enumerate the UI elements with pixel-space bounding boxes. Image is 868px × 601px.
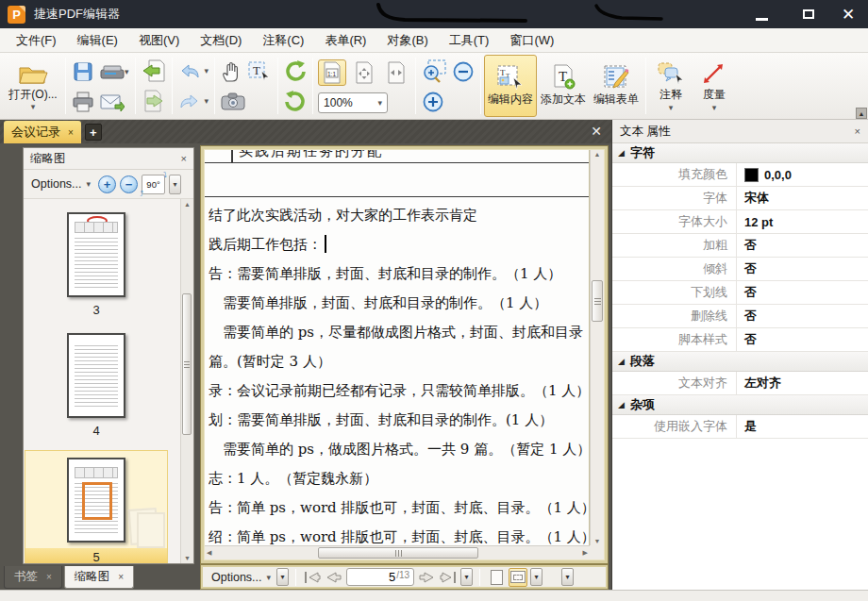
- scroll-left-icon[interactable]: ◀: [207, 549, 211, 557]
- menu-tools[interactable]: 工具(T): [439, 28, 500, 53]
- current-page-field[interactable]: [363, 570, 395, 584]
- page-layout-button[interactable]: [509, 568, 527, 587]
- nav-options-button[interactable]: Options... ▾: [209, 569, 274, 586]
- property-row-bold[interactable]: 加粗 否: [612, 234, 868, 258]
- property-row-underline[interactable]: 下划线 否: [612, 281, 868, 305]
- vertical-scrollbar-thumb[interactable]: [592, 280, 603, 322]
- property-row-strikethrough[interactable]: 删除线 否: [612, 305, 868, 328]
- email-button[interactable]: [99, 92, 125, 112]
- zoom-in-button[interactable]: [421, 90, 445, 114]
- minimize-button[interactable]: [745, 0, 777, 28]
- undo-button[interactable]: ▾: [177, 61, 210, 80]
- bookmarks-tab[interactable]: 书签 ×: [4, 566, 62, 589]
- view-mode-chevron[interactable]: ▾: [561, 568, 574, 586]
- property-row-fill-color[interactable]: 填充颜色 0,0,0: [612, 163, 868, 187]
- property-row-script-style[interactable]: 脚本样式 否: [612, 328, 868, 352]
- property-row-italic[interactable]: 倾斜 否: [612, 258, 868, 281]
- save-button[interactable]: [71, 59, 95, 84]
- document-horizontal-scrollbar[interactable]: ◀ ▶: [205, 545, 590, 559]
- first-page-button[interactable]: [303, 570, 322, 585]
- thumbnail-scrollbar[interactable]: ▲ ▼: [180, 199, 193, 563]
- snapshot-button[interactable]: [220, 92, 246, 112]
- horizontal-scrollbar-thumb[interactable]: [318, 547, 478, 559]
- close-button[interactable]: ✕: [832, 0, 864, 28]
- import-page-button[interactable]: [141, 58, 167, 83]
- scroll-up-icon[interactable]: ▲: [184, 201, 191, 208]
- scroll-down-icon[interactable]: ▼: [594, 538, 601, 544]
- enlarge-thumbnails-button[interactable]: +: [98, 175, 116, 193]
- marquee-zoom-button[interactable]: [421, 58, 447, 85]
- menu-view[interactable]: 视图(V): [128, 28, 190, 53]
- last-page-button[interactable]: [439, 570, 458, 585]
- menu-comment[interactable]: 注释(C): [252, 28, 314, 53]
- menu-form[interactable]: 表单(R): [314, 28, 376, 53]
- document-line: 绍：简单 ps，word 排版也可，封面、封底、目录。（1 人）: [209, 523, 589, 545]
- zoom-out-button[interactable]: [451, 59, 476, 84]
- fit-page-button[interactable]: [350, 59, 378, 86]
- tab-close-icon[interactable]: ×: [68, 127, 74, 138]
- menu-window[interactable]: 窗口(W): [499, 28, 564, 53]
- section-misc[interactable]: ◢杂项: [612, 395, 868, 415]
- toolbar-scroll-up[interactable]: ▲: [856, 108, 867, 119]
- measure-icon: [701, 61, 727, 86]
- rotate-page-button[interactable]: ⤵ 90° ⤴: [142, 175, 165, 194]
- actual-size-button[interactable]: 1:1: [318, 59, 346, 86]
- select-text-button[interactable]: T: [246, 59, 273, 84]
- thumbnails-tab-label: 缩略图: [75, 569, 110, 585]
- menu-edit[interactable]: 编辑(E): [67, 28, 128, 53]
- document-tab-active[interactable]: 会议记录 ×: [4, 121, 81, 143]
- scroll-down-icon[interactable]: ▼: [184, 555, 191, 561]
- thumbnail-page-4[interactable]: 4: [24, 333, 169, 438]
- page-history-chevron[interactable]: ▾: [460, 568, 473, 586]
- property-row-font[interactable]: 字体 宋体: [612, 187, 868, 210]
- thumbnail-page-3[interactable]: 3: [24, 212, 169, 317]
- redo-button[interactable]: ▾: [177, 92, 210, 110]
- thumbnails-tab[interactable]: 缩略图 ×: [64, 566, 134, 589]
- zoom-level-combobox[interactable]: 100% ▾: [318, 92, 388, 113]
- thumbnails-options-button[interactable]: Options... ▾: [27, 175, 94, 193]
- print-button[interactable]: [71, 91, 95, 113]
- tab-close-icon[interactable]: ×: [118, 572, 124, 582]
- property-row-text-align[interactable]: 文本对齐 左对齐: [612, 372, 868, 395]
- color-swatch[interactable]: [744, 168, 759, 182]
- hand-tool-button[interactable]: [220, 59, 242, 84]
- nav-scroll-chevron[interactable]: ▾: [276, 568, 289, 586]
- thumbnail-scrollbar-thumb[interactable]: [182, 293, 192, 435]
- comment-button[interactable]: 注释 ▾: [649, 55, 693, 117]
- panel-close-icon[interactable]: ×: [855, 125, 860, 137]
- property-row-font-size[interactable]: 字体大小 12 pt: [612, 210, 868, 234]
- next-page-button[interactable]: [417, 570, 436, 585]
- reduce-thumbnails-button[interactable]: −: [120, 175, 138, 193]
- single-page-view-button[interactable]: [487, 568, 506, 587]
- fit-width-button[interactable]: [382, 59, 410, 86]
- page-layout-chevron[interactable]: ▾: [530, 568, 542, 586]
- scroll-right-icon[interactable]: ▶: [583, 549, 588, 557]
- rotate-options-chevron[interactable]: ▾: [169, 175, 181, 194]
- menu-document[interactable]: 文档(D): [190, 28, 252, 53]
- menu-file[interactable]: 文件(F): [6, 28, 67, 53]
- section-character[interactable]: ◢字符: [612, 143, 868, 163]
- menu-object[interactable]: 对象(B): [376, 28, 438, 53]
- property-row-embedded-font[interactable]: 使用嵌入字体 是: [612, 415, 868, 439]
- edit-content-button[interactable]: T T 编辑内容: [484, 55, 537, 117]
- rotate-ccw-button[interactable]: [283, 58, 308, 83]
- extract-page-button[interactable]: [141, 89, 167, 113]
- scan-button[interactable]: ▾: [99, 61, 130, 82]
- document-page[interactable]: 实践后期任务的分配 结了此次实践活动，对大家的工作表示肯定 践后期工作包括： 告…: [205, 150, 590, 545]
- add-text-button[interactable]: T 添加文本: [537, 55, 590, 117]
- open-button[interactable]: 打开(O)... ▾: [4, 55, 62, 117]
- chevron-down-icon: ▾: [205, 97, 209, 105]
- previous-page-button[interactable]: [325, 570, 343, 585]
- new-tab-button[interactable]: +: [85, 124, 102, 141]
- scroll-up-icon[interactable]: ▲: [594, 151, 601, 158]
- page-number-input[interactable]: /13: [346, 568, 414, 586]
- edit-form-button[interactable]: 编辑表单: [590, 55, 643, 117]
- section-paragraph[interactable]: ◢段落: [612, 352, 868, 372]
- tab-close-icon[interactable]: ×: [46, 572, 52, 582]
- rotate-cw-button[interactable]: [283, 89, 308, 113]
- document-vertical-scrollbar[interactable]: ▲ ▼: [590, 150, 604, 545]
- panel-close-icon[interactable]: ×: [181, 153, 187, 164]
- maximize-button[interactable]: [793, 0, 825, 28]
- tabbar-close-button[interactable]: ✕: [591, 124, 602, 139]
- measure-button[interactable]: 度量 ▾: [693, 55, 736, 117]
